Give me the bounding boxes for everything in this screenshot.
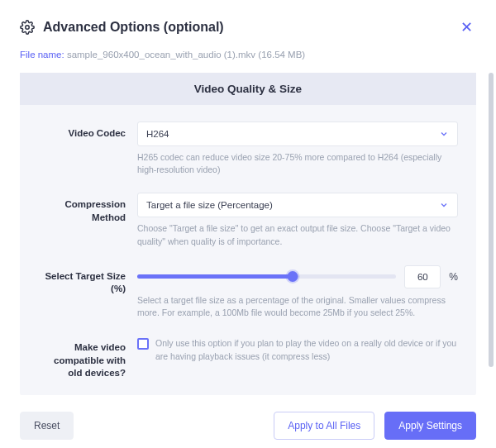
video-codec-value: H264 [146, 129, 169, 139]
compat-label: Make video compatible with old devices? [38, 336, 126, 380]
slider-thumb[interactable] [287, 271, 298, 282]
video-codec-select[interactable]: H264 [137, 122, 458, 146]
compat-text: Only use this option if you plan to play… [155, 337, 458, 362]
dialog-title: Advanced Options (optional) [43, 20, 224, 35]
video-codec-label: Video Codec [38, 122, 126, 141]
compression-method-select[interactable]: Target a file size (Percentage) [137, 193, 458, 217]
compression-method-hint: Choose "Target a file size" to get an ex… [137, 222, 458, 247]
compression-method-value: Target a file size (Percentage) [146, 200, 273, 210]
apply-all-button[interactable]: Apply to All Files [274, 412, 374, 440]
panel-title: Video Quality & Size [20, 73, 476, 105]
target-size-slider[interactable] [137, 265, 396, 289]
video-codec-hint: H265 codec can reduce video size 20-75% … [137, 151, 458, 176]
quality-panel: Video Quality & Size Video Codec H264 H2… [20, 73, 476, 395]
file-name-label: File name: [20, 50, 67, 60]
file-name-value: sample_960x400_ocean_with_audio (1).mkv … [67, 50, 305, 60]
chevron-down-icon [439, 129, 449, 139]
compat-checkbox[interactable] [137, 338, 149, 350]
target-size-hint: Select a target file size as a percentag… [137, 294, 458, 319]
compression-method-label: Compression Method [38, 193, 126, 224]
target-size-input[interactable] [404, 265, 441, 288]
scrollbar[interactable] [489, 73, 494, 367]
close-icon: ✕ [460, 19, 473, 36]
svg-point-0 [26, 26, 30, 30]
target-size-unit: % [449, 271, 458, 283]
chevron-down-icon [439, 200, 449, 210]
apply-settings-button[interactable]: Apply Settings [384, 412, 476, 440]
file-name-row: File name: sample_960x400_ocean_with_aud… [20, 50, 476, 60]
target-size-label: Select Target Size (%) [38, 265, 126, 296]
reset-button[interactable]: Reset [20, 412, 74, 440]
close-button[interactable]: ✕ [457, 17, 476, 38]
gear-icon [20, 20, 35, 35]
